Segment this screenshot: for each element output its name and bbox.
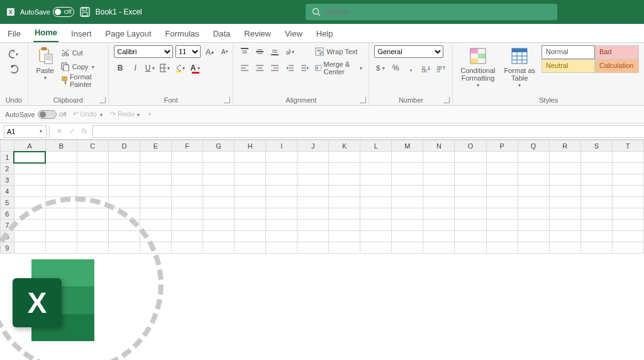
cell-P2[interactable]: [486, 163, 518, 174]
cell-E4[interactable]: [140, 186, 171, 197]
cell-F4[interactable]: [172, 186, 203, 197]
cell-T6[interactable]: [612, 208, 643, 220]
cell-H6[interactable]: [235, 208, 266, 220]
cell-I8[interactable]: [266, 231, 297, 242]
column-header-K[interactable]: K: [329, 140, 360, 152]
cell-N1[interactable]: [423, 152, 455, 163]
cell-L8[interactable]: [360, 231, 392, 242]
cell-Q7[interactable]: [518, 220, 549, 231]
percent-button[interactable]: %: [389, 62, 402, 74]
formula-input[interactable]: [92, 125, 644, 138]
cell-O2[interactable]: [455, 163, 486, 174]
cell-P4[interactable]: [486, 186, 518, 197]
cell-M6[interactable]: [392, 208, 423, 220]
cell-T5[interactable]: [612, 197, 643, 208]
cell-A2[interactable]: [14, 163, 45, 174]
cell-C8[interactable]: [77, 231, 108, 242]
cell-G8[interactable]: [203, 231, 235, 242]
cell-Q3[interactable]: [518, 174, 549, 186]
cell-D1[interactable]: [108, 152, 140, 163]
cell-G5[interactable]: [203, 197, 235, 208]
paste-button[interactable]: Paste▾: [33, 45, 57, 82]
cell-J5[interactable]: [297, 197, 329, 208]
cell-K5[interactable]: [329, 197, 360, 208]
column-header-R[interactable]: R: [549, 140, 580, 152]
wrap-text-button[interactable]: abWrap Text: [315, 45, 364, 58]
merge-center-button[interactable]: Merge & Center▾: [315, 62, 364, 74]
cell-E3[interactable]: [140, 174, 171, 186]
undo-button[interactable]: ▾: [8, 48, 20, 60]
align-top-button[interactable]: [238, 45, 251, 58]
decrease-decimal-button[interactable]: .00.0: [435, 62, 447, 74]
column-header-Q[interactable]: Q: [518, 140, 549, 152]
cell-E2[interactable]: [140, 163, 171, 174]
cell-J8[interactable]: [297, 231, 329, 242]
cell-O9[interactable]: [455, 242, 486, 254]
fx-button[interactable]: fx: [79, 127, 90, 135]
increase-decimal-button[interactable]: .0.00: [419, 62, 432, 74]
enter-formula-button[interactable]: ✓: [66, 127, 77, 135]
cell-I1[interactable]: [266, 152, 297, 163]
cell-R7[interactable]: [549, 220, 580, 231]
column-header-T[interactable]: T: [612, 140, 643, 152]
tab-data[interactable]: Data: [212, 25, 231, 42]
cell-H1[interactable]: [235, 152, 266, 163]
cell-C5[interactable]: [77, 197, 108, 208]
cell-B7[interactable]: [45, 220, 77, 231]
cell-P7[interactable]: [486, 220, 518, 231]
cell-R1[interactable]: [549, 152, 580, 163]
cell-K2[interactable]: [329, 163, 360, 174]
increase-font-button[interactable]: A▴: [203, 45, 216, 58]
column-header-A[interactable]: A: [14, 140, 45, 152]
cell-N2[interactable]: [423, 163, 455, 174]
cell-D7[interactable]: [108, 220, 140, 231]
cell-B1[interactable]: [45, 152, 77, 163]
cell-L4[interactable]: [360, 186, 392, 197]
name-box[interactable]: A1▾: [4, 125, 47, 138]
cell-C9[interactable]: [77, 242, 108, 254]
align-left-button[interactable]: [238, 62, 251, 74]
cell-D4[interactable]: [108, 186, 140, 197]
align-center-button[interactable]: [253, 62, 266, 74]
cell-P1[interactable]: [486, 152, 518, 163]
increase-indent-button[interactable]: [299, 62, 311, 74]
cell-S8[interactable]: [580, 231, 612, 242]
cell-K9[interactable]: [329, 242, 360, 254]
cell-T4[interactable]: [612, 186, 643, 197]
cell-R6[interactable]: [549, 208, 580, 220]
cell-F9[interactable]: [172, 242, 203, 254]
cell-O5[interactable]: [455, 197, 486, 208]
tab-page-layout[interactable]: Page Layout: [104, 25, 153, 42]
cell-C3[interactable]: [77, 174, 108, 186]
cell-G1[interactable]: [203, 152, 235, 163]
cell-T9[interactable]: [612, 242, 643, 254]
cell-F6[interactable]: [172, 208, 203, 220]
cell-I2[interactable]: [266, 163, 297, 174]
cell-G4[interactable]: [203, 186, 235, 197]
cell-I9[interactable]: [266, 242, 297, 254]
accounting-format-button[interactable]: $▾: [374, 62, 387, 74]
cell-H3[interactable]: [235, 174, 266, 186]
cell-Q6[interactable]: [518, 208, 549, 220]
cell-K6[interactable]: [329, 208, 360, 220]
cell-S3[interactable]: [580, 174, 612, 186]
cell-H4[interactable]: [235, 186, 266, 197]
column-header-C[interactable]: C: [77, 140, 108, 152]
cell-B4[interactable]: [45, 186, 77, 197]
align-middle-button[interactable]: [253, 45, 266, 58]
cell-D3[interactable]: [108, 174, 140, 186]
column-header-S[interactable]: S: [580, 140, 612, 152]
decrease-font-button[interactable]: A▾: [218, 45, 231, 58]
undo-qat-button[interactable]: ↶ Undo ▾: [73, 110, 104, 118]
cell-M4[interactable]: [392, 186, 423, 197]
borders-button[interactable]: ▾: [159, 62, 172, 74]
cell-A3[interactable]: [14, 174, 45, 186]
cell-J1[interactable]: [297, 152, 329, 163]
tab-file[interactable]: File: [6, 25, 22, 42]
comma-button[interactable]: ,: [404, 62, 417, 74]
cell-styles-gallery[interactable]: Normal Bad Neutral Calculation: [541, 45, 639, 73]
cell-L6[interactable]: [360, 208, 392, 220]
search-box[interactable]: [306, 4, 557, 20]
cell-C7[interactable]: [77, 220, 108, 231]
cell-E7[interactable]: [140, 220, 171, 231]
